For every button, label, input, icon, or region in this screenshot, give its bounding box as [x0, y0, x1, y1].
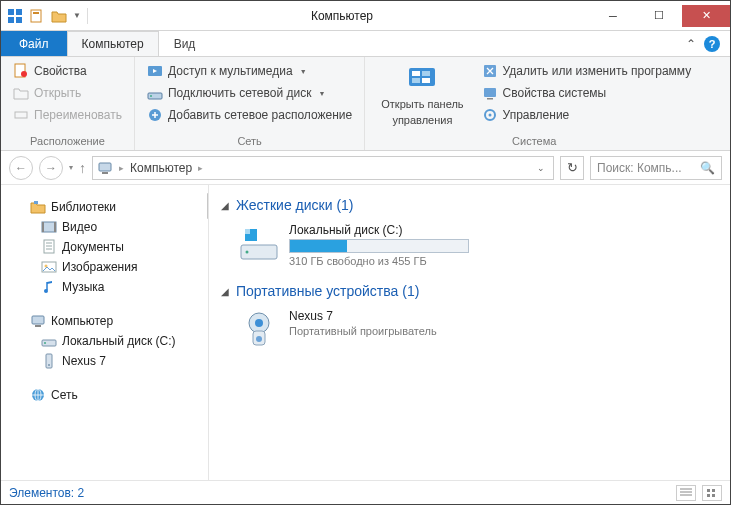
search-icon: 🔍 [700, 161, 715, 175]
help-icon[interactable]: ? [704, 36, 720, 52]
details-view-button[interactable] [676, 485, 696, 501]
minimize-button[interactable]: ─ [590, 5, 636, 27]
tree-label: Библиотеки [51, 200, 116, 214]
drive-icon [239, 223, 279, 263]
svg-rect-21 [487, 98, 493, 100]
svg-rect-3 [16, 17, 22, 23]
close-button[interactable]: ✕ [682, 5, 730, 27]
rename-button: Переименовать [11, 105, 124, 125]
breadcrumb-sep-icon[interactable]: ▸ [198, 163, 203, 173]
system-properties-button[interactable]: Свойства системы [480, 83, 694, 103]
navigation-pane[interactable]: Библиотеки Видео Документы Изображения М… [1, 185, 209, 480]
tab-computer[interactable]: Компьютер [67, 31, 159, 56]
tree-label: Локальный диск (C:) [62, 334, 176, 348]
tree-documents[interactable]: Документы [5, 237, 204, 257]
icons-view-button[interactable] [702, 485, 722, 501]
uninstall-button[interactable]: Удалить или изменить программу [480, 61, 694, 81]
device-local-c[interactable]: Локальный диск (C:) 310 ГБ свободно из 4… [221, 219, 718, 279]
history-dropdown-icon[interactable]: ▾ [69, 163, 73, 172]
device-icon [41, 353, 57, 369]
svg-rect-53 [712, 494, 715, 497]
map-drive-label: Подключить сетевой диск [168, 86, 311, 100]
svg-rect-20 [484, 88, 496, 97]
address-dropdown-icon[interactable]: ⌄ [533, 163, 549, 173]
uninstall-icon [482, 63, 498, 79]
svg-rect-52 [707, 494, 710, 497]
system-properties-icon [482, 85, 498, 101]
computer-icon [97, 160, 113, 176]
tree-network[interactable]: Сеть [5, 385, 204, 405]
ribbon-group-system: Открыть панель управления Удалить или из… [365, 57, 703, 150]
svg-rect-24 [99, 163, 111, 171]
qat-dropdown-icon[interactable]: ▼ [73, 11, 81, 20]
device-subtitle: 310 ГБ свободно из 455 ГБ [289, 255, 469, 267]
control-panel-button[interactable]: Открыть панель управления [375, 61, 469, 133]
collapse-ribbon-icon[interactable]: ⌃ [686, 37, 696, 51]
svg-rect-35 [35, 325, 41, 327]
manage-button[interactable]: Управление [480, 105, 694, 125]
ribbon: Свойства Открыть Переименовать Расположе… [1, 57, 730, 151]
collapse-icon[interactable]: ◢ [221, 286, 231, 297]
tree-video[interactable]: Видео [5, 217, 204, 237]
tree-nexus[interactable]: Nexus 7 [5, 351, 204, 371]
documents-icon [41, 239, 57, 255]
refresh-button[interactable]: ↻ [560, 156, 584, 180]
tree-label: Компьютер [51, 314, 113, 328]
svg-rect-1 [16, 9, 22, 15]
add-location-button[interactable]: Добавить сетевое расположение [145, 105, 354, 125]
svg-point-7 [21, 71, 27, 77]
svg-rect-18 [422, 78, 430, 83]
add-location-icon [147, 107, 163, 123]
forward-button[interactable]: → [39, 156, 63, 180]
back-button[interactable]: ← [9, 156, 33, 180]
window-title: Компьютер [94, 9, 590, 23]
computer-icon [30, 313, 46, 329]
device-name: Локальный диск (C:) [289, 223, 469, 237]
properties-button[interactable]: Свойства [11, 61, 124, 81]
svg-rect-16 [422, 71, 430, 76]
tree-music[interactable]: Музыка [5, 277, 204, 297]
category-hdd[interactable]: ◢ Жесткие диски (1) [221, 193, 718, 219]
title-bar: ▼ Компьютер ─ ☐ ✕ [1, 1, 730, 31]
status-bar: Элементов: 2 [1, 480, 730, 504]
control-panel-icon [406, 63, 438, 95]
divider [87, 8, 88, 24]
up-button[interactable]: ↑ [79, 160, 86, 176]
address-box[interactable]: ▸ Компьютер ▸ ⌄ [92, 156, 554, 180]
media-icon [147, 63, 163, 79]
svg-point-12 [150, 95, 152, 97]
svg-rect-34 [32, 316, 44, 324]
group-system-label: Система [375, 133, 693, 148]
breadcrumb-segment[interactable]: Компьютер [130, 161, 192, 175]
maximize-button[interactable]: ☐ [636, 5, 682, 27]
properties-qat-icon[interactable] [29, 8, 45, 24]
search-input[interactable]: Поиск: Компь... 🔍 [590, 156, 722, 180]
svg-point-47 [255, 319, 263, 327]
view-switcher [676, 485, 722, 501]
device-subtitle: Портативный проигрыватель [289, 325, 437, 337]
collapse-icon[interactable]: ◢ [221, 200, 231, 211]
map-drive-icon [147, 85, 163, 101]
search-placeholder: Поиск: Компь... [597, 161, 682, 175]
main-area: Библиотеки Видео Документы Изображения М… [1, 185, 730, 480]
capacity-bar [289, 239, 469, 253]
tree-label: Nexus 7 [62, 354, 106, 368]
tree-computer[interactable]: Компьютер [5, 311, 204, 331]
open-label: Открыть [34, 86, 81, 100]
map-drive-button[interactable]: Подключить сетевой диск▼ [145, 83, 354, 103]
content-pane[interactable]: ◢ Жесткие диски (1) Локальный диск (C:) … [209, 185, 730, 480]
media-access-button[interactable]: Доступ к мультимедиа▼ [145, 61, 354, 81]
device-nexus[interactable]: Nexus 7 Портативный проигрыватель [221, 305, 718, 361]
media-label: Доступ к мультимедиа [168, 64, 293, 78]
tab-view[interactable]: Вид [159, 31, 211, 56]
new-folder-qat-icon[interactable] [51, 8, 67, 24]
window-controls: ─ ☐ ✕ [590, 5, 730, 27]
group-network-label: Сеть [145, 133, 354, 148]
tree-pictures[interactable]: Изображения [5, 257, 204, 277]
tab-file[interactable]: Файл [1, 31, 67, 56]
svg-rect-8 [15, 112, 27, 118]
tree-libraries[interactable]: Библиотеки [5, 197, 204, 217]
properties-label: Свойства [34, 64, 87, 78]
category-portable[interactable]: ◢ Портативные устройства (1) [221, 279, 718, 305]
tree-local-disk[interactable]: Локальный диск (C:) [5, 331, 204, 351]
